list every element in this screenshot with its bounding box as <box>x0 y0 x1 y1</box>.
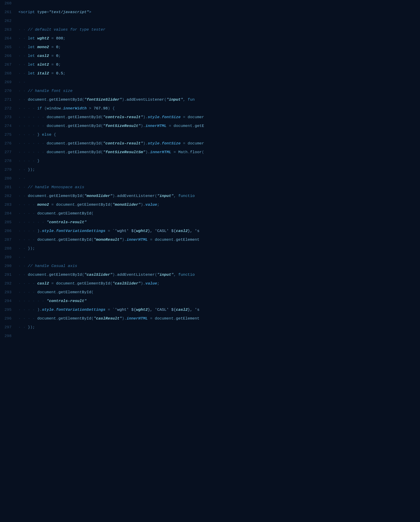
code-line-270: 270 · · // handle font size <box>0 88 420 96</box>
code-line-274: 274 · · · · · · document.getElementById(… <box>0 123 420 131</box>
code-line-289: 289 · · <box>0 254 420 263</box>
code-line-288: 288 · · }); <box>0 245 420 254</box>
line-number: 270 <box>0 88 16 94</box>
code-line-293: 293 · · · · document.getElementById( <box>0 289 420 298</box>
line-content: · · · · document.getElementById("monoRes… <box>16 237 420 243</box>
line-number: 280 <box>0 175 16 182</box>
line-content: · · · · · · "controls-result" <box>16 298 420 304</box>
line-number: 297 <box>0 324 16 330</box>
line-content: · · · · mono2 = document.getElementById(… <box>16 202 420 208</box>
line-content: · · · · · · document.getElementById("fon… <box>16 123 420 129</box>
line-number: 278 <box>0 158 16 164</box>
line-number: 282 <box>0 193 16 199</box>
code-line-295: 295 · · · · ).style.fontVariationSetting… <box>0 306 420 315</box>
code-line-291: 291 · · document.getElementById("caslSli… <box>0 271 420 280</box>
code-line-276: 276 · · · · · · document.getElementById(… <box>0 140 420 149</box>
line-number: 276 <box>0 140 16 146</box>
code-line-281: 281 · · // handle Monospace axis <box>0 184 420 192</box>
line-number: 292 <box>0 280 16 287</box>
code-line-297: 297 · · }); <box>0 324 420 333</box>
line-number: 261 <box>0 9 16 15</box>
code-line-264: 264 · · let wght2 = 800; <box>0 35 420 44</box>
line-content: · · let ital2 = 0.5; <box>16 70 420 77</box>
line-content: · · · · casl2 = document.getElementById(… <box>16 280 420 287</box>
line-number: 271 <box>0 97 16 103</box>
line-number: 284 <box>0 210 16 216</box>
line-content: · · // handle Monospace axis <box>16 184 420 190</box>
line-content: · · · · ).style.fontVariationSettings = … <box>16 307 420 313</box>
line-number: 277 <box>0 149 16 155</box>
code-line-269: 269 · · <box>0 79 420 88</box>
line-number: 295 <box>0 307 16 313</box>
line-number: 294 <box>0 298 16 304</box>
line-content: · · // handle font size <box>16 88 420 94</box>
line-content: · · · · if (window.innerWidth > 767.98) … <box>16 105 420 112</box>
line-number: 287 <box>0 237 16 243</box>
line-number: 288 <box>0 245 16 252</box>
line-number: 279 <box>0 167 16 173</box>
line-number: 290 <box>0 263 16 269</box>
code-line-260: 260 <box>0 0 420 9</box>
code-line-267: 267 · · let slnt2 = 0; <box>0 61 420 70</box>
code-line-271: 271 · · document.getElementById("fontSiz… <box>0 96 420 105</box>
code-line-298: 298 <box>0 333 420 341</box>
line-content: · · · · } <box>16 158 420 164</box>
line-content: · · let mono2 = 0; <box>16 44 420 50</box>
line-number: 267 <box>0 61 16 68</box>
line-content: · · · · document.getElementById("caslRes… <box>16 315 420 322</box>
line-content: · · }); <box>16 245 420 252</box>
line-number: 293 <box>0 289 16 295</box>
line-number: 268 <box>0 70 16 77</box>
code-line-284: 284 · · · · document.getElementById( <box>0 210 420 219</box>
code-line-280: 280 · · <box>0 175 420 184</box>
code-line-283: 283 · · · · mono2 = document.getElementB… <box>0 201 420 210</box>
code-line-285: 285 · · · · · · "controls-result" <box>0 219 420 228</box>
line-content: · · document.getElementById("monoSlider"… <box>16 193 420 199</box>
line-content: · · // default values for type tester <box>16 26 420 33</box>
code-line-279: 279 · · }); <box>0 166 420 175</box>
line-content: · · · · · · document.getElementById("fon… <box>16 149 420 155</box>
line-content: · · · · } else { <box>16 131 420 138</box>
code-line-273: 273 · · · · · · document.getElementById(… <box>0 114 420 123</box>
code-line-268: 268 · · let ital2 = 0.5; <box>0 70 420 79</box>
line-content: · · document.getElementById("fontSizeSli… <box>16 97 420 103</box>
code-line-292: 292 · · · · casl2 = document.getElementB… <box>0 280 420 289</box>
line-number: 291 <box>0 272 16 278</box>
line-number: 273 <box>0 114 16 120</box>
line-content: · · · · · · document.getElementById("con… <box>16 114 420 120</box>
line-content: · · }); <box>16 167 420 173</box>
line-content: · · }); <box>16 324 420 330</box>
line-content: · · <box>16 79 420 85</box>
code-editor: 260 261 <script type="text/javascript"> … <box>0 0 420 522</box>
line-content: <script type="text/javascript"> <box>16 9 420 15</box>
line-number: 266 <box>0 53 16 59</box>
code-line-277: 277 · · · · · · document.getElementById(… <box>0 149 420 158</box>
code-line-275: 275 · · · · } else { <box>0 131 420 140</box>
code-line-278: 278 · · · · } <box>0 158 420 166</box>
code-line-266: 266 · · let casl2 = 0; <box>0 53 420 61</box>
line-number: 296 <box>0 315 16 322</box>
line-number: 283 <box>0 202 16 208</box>
line-number: 264 <box>0 35 16 41</box>
line-number: 274 <box>0 123 16 129</box>
code-line-296: 296 · · · · document.getElementById("cas… <box>0 315 420 324</box>
line-number: 298 <box>0 333 16 339</box>
line-content: · · · · · · "controls-result" <box>16 219 420 225</box>
line-content: · · · · · · document.getElementById("con… <box>16 140 420 146</box>
line-number: 289 <box>0 254 16 260</box>
line-content: · · document.getElementById("caslSlider"… <box>16 272 420 278</box>
line-content: · · // handle Casual axis <box>16 263 420 269</box>
code-line-294: 294 · · · · · · "controls-result" <box>0 298 420 306</box>
line-content: · · <box>16 175 420 182</box>
line-content: · · let slnt2 = 0; <box>16 61 420 68</box>
line-content: · · · · ).style.fontVariationSettings = … <box>16 228 420 234</box>
line-number: 262 <box>0 18 16 24</box>
code-line-272: 272 · · · · if (window.innerWidth > 767.… <box>0 105 420 114</box>
code-line-262: 262 <box>0 17 420 26</box>
line-number: 281 <box>0 184 16 190</box>
line-content: · · <box>16 254 420 260</box>
line-number: 272 <box>0 105 16 112</box>
line-content: · · · · document.getElementById( <box>16 210 420 216</box>
line-number: 263 <box>0 26 16 33</box>
line-number: 286 <box>0 228 16 234</box>
